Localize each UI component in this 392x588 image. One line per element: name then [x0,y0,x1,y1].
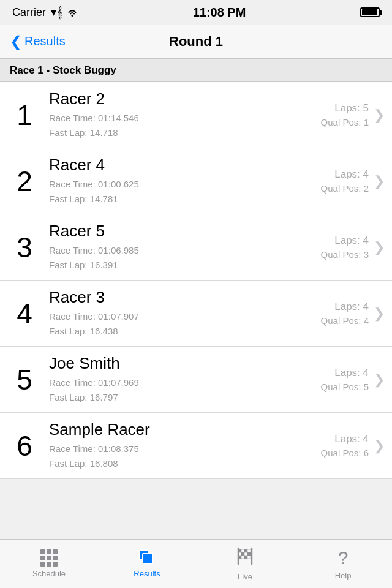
svg-rect-8 [241,552,244,556]
svg-rect-4 [241,549,244,552]
section-header-label: Race 1 - Stock Buggy [10,64,116,76]
racer-stats: Laps: 4 Qual Pos: 5 [294,367,374,392]
list-item[interactable]: 2 Racer 4 Race Time: 01:00.625 Fast Lap:… [0,148,392,214]
list-item[interactable]: 4 Racer 3 Race Time: 01:07.907 Fast Lap:… [0,281,392,347]
content-area: Race 1 - Stock Buggy 1 Racer 2 Race Time… [0,59,392,539]
racer-race-time: Race Time: 01:07.969 [49,375,289,390]
help-icon: ? [338,548,349,568]
racer-fast-lap: Fast Lap: 16.438 [49,324,289,339]
racer-race-time: Race Time: 01:08.375 [49,442,289,456]
tab-schedule[interactable]: Schedule [0,540,98,588]
row-chevron-icon: ❯ [374,173,392,189]
racer-laps: Laps: 5 [294,102,369,115]
tab-live[interactable]: Live [196,540,294,588]
list-item[interactable]: 1 Racer 2 Race Time: 01:14.546 Fast Lap:… [0,82,392,148]
results-icon [138,549,156,567]
wifi-icon: ▾𝄞 [51,6,78,19]
back-label: Results [24,34,66,48]
racer-fast-lap: Fast Lap: 14.781 [49,192,289,206]
list-item[interactable]: 5 Joe Smith Race Time: 01:07.969 Fast La… [0,347,392,413]
racer-fast-lap: Fast Lap: 14.718 [49,126,289,140]
racer-stats: Laps: 5 Qual Pos: 1 [294,102,374,127]
row-chevron-icon: ❯ [374,306,392,322]
racer-fast-lap: Fast Lap: 16.808 [49,456,289,471]
nav-bar: ❮ Results Round 1 [0,24,392,59]
racer-name: Racer 4 [49,156,289,175]
list-item[interactable]: 3 Racer 5 Race Time: 01:06.985 Fast Lap:… [0,214,392,281]
svg-rect-14 [247,556,251,559]
row-chevron-icon: ❯ [374,438,392,454]
tab-schedule-label: Schedule [32,569,66,578]
racer-info: Racer 2 Race Time: 01:14.546 Fast Lap: 1… [49,82,294,148]
svg-rect-12 [241,556,244,559]
racer-name: Racer 3 [49,288,289,307]
racer-qual: Qual Pos: 4 [294,315,369,326]
racer-info: Sample Racer Race Time: 01:08.375 Fast L… [49,413,294,478]
racer-position: 1 [0,99,49,132]
racer-position: 5 [0,363,49,396]
racer-qual: Qual Pos: 3 [294,249,369,260]
racer-position: 6 [0,429,49,462]
tab-help[interactable]: ? Help [294,540,392,588]
racer-name: Racer 5 [49,222,289,241]
svg-point-0 [72,15,74,17]
row-chevron-icon: ❯ [374,372,392,388]
section-header: Race 1 - Stock Buggy [0,59,392,82]
carrier-text: Carrier [12,6,46,19]
racer-laps: Laps: 4 [294,367,369,379]
schedule-icon [40,549,58,567]
racer-race-time: Race Time: 01:00.625 [49,177,289,192]
tab-results-label: Results [134,569,160,578]
racer-name: Sample Racer [49,420,289,439]
racer-position: 2 [0,165,49,198]
racer-stats: Laps: 4 Qual Pos: 4 [294,301,374,326]
svg-rect-3 [238,549,241,552]
racer-qual: Qual Pos: 2 [294,183,369,194]
racer-laps: Laps: 4 [294,168,369,181]
tab-live-label: Live [238,572,252,581]
battery-area [360,7,380,17]
racer-info: Joe Smith Race Time: 01:07.969 Fast Lap:… [49,347,294,412]
racer-info: Racer 5 Race Time: 01:06.985 Fast Lap: 1… [49,214,294,280]
racer-stats: Laps: 4 Qual Pos: 3 [294,235,374,260]
racer-list: 1 Racer 2 Race Time: 01:14.546 Fast Lap:… [0,82,392,479]
racer-fast-lap: Fast Lap: 16.391 [49,258,289,273]
tab-bar: Schedule Results [0,539,392,588]
svg-rect-13 [244,556,247,559]
racer-stats: Laps: 4 Qual Pos: 6 [294,433,374,458]
svg-rect-5 [244,549,247,552]
nav-title: Round 1 [169,34,223,50]
battery-icon [360,7,380,17]
list-item[interactable]: 6 Sample Racer Race Time: 01:08.375 Fast… [0,413,392,479]
carrier-area: Carrier ▾𝄞 [12,6,78,19]
racer-info: Racer 3 Race Time: 01:07.907 Fast Lap: 1… [49,281,294,346]
racer-name: Racer 2 [49,89,289,108]
svg-rect-11 [238,556,241,559]
racer-laps: Laps: 4 [294,301,369,313]
tab-help-label: Help [335,571,352,580]
racer-stats: Laps: 4 Qual Pos: 2 [294,168,374,194]
back-button[interactable]: ❮ Results [10,33,66,50]
svg-rect-10 [247,552,251,556]
racer-qual: Qual Pos: 1 [294,117,369,127]
racer-position: 4 [0,297,49,330]
row-chevron-icon: ❯ [374,239,392,255]
racer-qual: Qual Pos: 6 [294,448,369,458]
status-bar: Carrier ▾𝄞 11:08 PM [0,0,392,24]
racer-laps: Laps: 4 [294,235,369,247]
row-chevron-icon: ❯ [374,107,392,123]
racer-fast-lap: Fast Lap: 16.797 [49,390,289,405]
racer-position: 3 [0,231,49,264]
racer-info: Racer 4 Race Time: 01:00.625 Fast Lap: 1… [49,148,294,214]
racer-race-time: Race Time: 01:06.985 [49,243,289,258]
svg-rect-9 [244,552,247,556]
racer-qual: Qual Pos: 5 [294,382,369,392]
racer-laps: Laps: 4 [294,433,369,445]
tab-results[interactable]: Results [98,540,196,588]
racer-race-time: Race Time: 01:07.907 [49,309,289,324]
svg-rect-6 [247,549,251,552]
racer-race-time: Race Time: 01:14.546 [49,111,289,126]
back-chevron-icon: ❮ [10,33,22,50]
status-time: 11:08 PM [193,6,246,20]
live-flag-icon [235,547,255,570]
